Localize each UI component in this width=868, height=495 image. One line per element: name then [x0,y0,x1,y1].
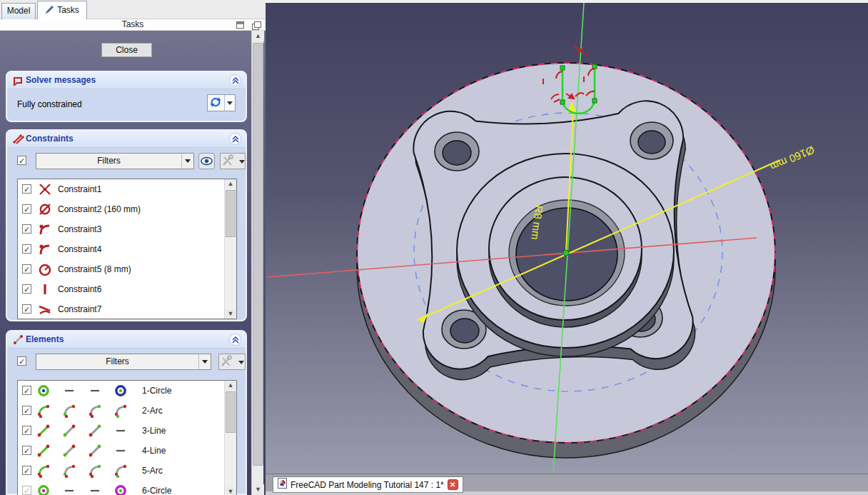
element-checkbox[interactable]: ✓ [22,426,31,435]
element-label[interactable]: 1-Circle [142,386,171,396]
constraint-row[interactable]: ✓Constraint2 (160 mm) [18,199,236,219]
constraint-checkbox[interactable]: ✓ [22,204,31,214]
circle-green-magenta-icon [36,484,51,495]
line-end-icon [88,424,102,441]
constraint-label[interactable]: Constraint1 [58,184,101,194]
element-row[interactable]: ✓3-Line [18,421,236,441]
constraints-settings-button[interactable] [220,153,246,169]
origin-point[interactable] [563,250,569,256]
constraint-label[interactable]: Constraint4 [58,244,101,254]
elements-settings-button[interactable] [218,354,246,370]
constraints-header[interactable]: Constraints [7,131,246,148]
elements-scrollbar[interactable]: ▲ ▼ [224,381,236,495]
chevron-down-icon[interactable] [181,154,193,169]
constraint-checkbox[interactable]: ✓ [22,304,31,314]
constraint-row[interactable]: ✓Constraint1 [18,179,236,199]
constraint-row[interactable]: ✓Constraint7 [18,299,236,319]
dash-icon [113,444,128,461]
tangent-point-icon [38,242,52,259]
element-label[interactable]: 5-Arc [142,466,163,476]
constraint-checkbox[interactable]: ✓ [22,264,31,274]
constraint-row[interactable]: ✓Constraint6 [18,279,236,299]
constraints-title: Constraints [26,134,74,144]
solver-icon [12,74,24,86]
document-tab[interactable]: FreeCAD Part Modeling Tutorial 147 : 1* … [273,476,463,493]
collapse-solver-icon[interactable] [229,74,241,86]
collapse-elements-icon[interactable] [229,334,241,346]
coincident-icon [38,182,52,199]
line-endpoints-icon [12,334,24,346]
element-row[interactable]: ✓6-Circle [18,481,236,495]
vertical-icon [38,282,52,299]
constraint-label[interactable]: Constraint5 (8 mm) [58,264,131,274]
scroll-up-icon[interactable]: ▲ [252,31,264,41]
constraint-checkbox[interactable]: ✓ [22,284,31,294]
tab-tasks-label: Tasks [57,5,79,15]
show-constraints-button[interactable] [198,153,215,169]
element-checkbox[interactable]: ✓ [22,466,31,475]
chevron-down-icon[interactable] [238,361,244,364]
float-icon[interactable] [252,21,260,29]
dash-icon [62,484,76,495]
arc-edge-icon [36,464,51,481]
refresh-button[interactable] [207,94,236,111]
element-checkbox[interactable]: ✓ [22,386,31,395]
elements-filter-row: ✓ Filters [7,354,248,371]
dock-icon[interactable] [236,21,244,29]
pencil-icon [45,3,54,20]
element-label[interactable]: 4-Line [142,446,166,456]
element-checkbox[interactable]: ✓ [22,446,31,455]
collapse-constraints-icon[interactable] [229,133,241,145]
tab-model[interactable]: Model [1,3,36,19]
solver-messages-section: Solver messages Fully constrained [6,71,247,122]
constraint-label[interactable]: Constraint6 [58,284,101,294]
constraint-row[interactable]: ✓Constraint5 (8 mm) [18,259,236,279]
tangent-point-icon [38,222,52,239]
close-button[interactable]: Close [101,43,152,57]
tools-icon [219,354,233,369]
element-label[interactable]: 3-Line [142,426,166,436]
element-label[interactable]: 6-Circle [142,486,171,495]
chevron-down-icon[interactable] [198,354,211,369]
arc-center-icon [113,464,128,481]
tools-icon [221,154,235,169]
element-row[interactable]: ✓2-Arc [18,401,236,421]
constraints-section: Constraints ✓ Filters ✓Constra [6,129,247,321]
constraint-checkbox[interactable]: ✓ [22,224,31,234]
constraint-checkbox[interactable]: ✓ [22,244,31,254]
constraint-row[interactable]: ✓Constraint4 [18,239,236,259]
gl-canvas[interactable]: Ø160 mm R8 mm [266,3,868,474]
element-row[interactable]: ✓4-Line [18,441,236,461]
elements-title: Elements [26,334,64,344]
element-checkbox[interactable]: ✓ [22,486,31,495]
constraint-label[interactable]: Constraint7 [58,304,101,314]
constraints-select-all-checkbox[interactable]: ✓ [17,156,26,165]
constraints-scrollbar[interactable]: ▲ ▼ [224,179,236,319]
element-checkbox[interactable]: ✓ [22,406,31,415]
constraint-label[interactable]: Constraint3 [58,224,101,234]
elements-header[interactable]: Elements [7,331,246,349]
panel-scroll-thumb[interactable] [253,43,263,466]
element-label[interactable]: 2-Arc [142,406,163,416]
close-document-icon[interactable]: ✕ [448,479,458,490]
freecad-doc-icon [278,478,287,491]
chevron-down-icon[interactable] [239,160,245,164]
line-edge-icon [36,444,51,461]
tab-tasks[interactable]: Tasks [37,1,87,20]
element-row[interactable]: ✓5-Arc [18,461,236,481]
constraint-label[interactable]: Constraint2 (160 mm) [58,204,141,214]
elements-filter-combo[interactable]: Filters [36,354,211,370]
element-row[interactable]: ✓1-Circle [18,381,236,401]
constraint-checkbox[interactable]: ✓ [22,184,31,194]
solver-header[interactable]: Solver messages [7,72,246,89]
scroll-down-icon[interactable]: ▼ [252,484,264,495]
constraints-filter-combo[interactable]: Filters [36,153,194,169]
arc-end-icon [88,404,102,421]
panel-scrollbar[interactable]: ▲ ▼ [251,31,263,495]
refresh-dropdown[interactable] [225,95,235,111]
elements-select-all-checkbox[interactable]: ✓ [17,356,26,366]
constraint-row[interactable]: ✓Constraint3 [18,219,236,239]
dash-icon [113,424,128,441]
3d-viewport[interactable]: Ø160 mm R8 mm [266,0,868,495]
arc-edge-icon [36,404,51,421]
